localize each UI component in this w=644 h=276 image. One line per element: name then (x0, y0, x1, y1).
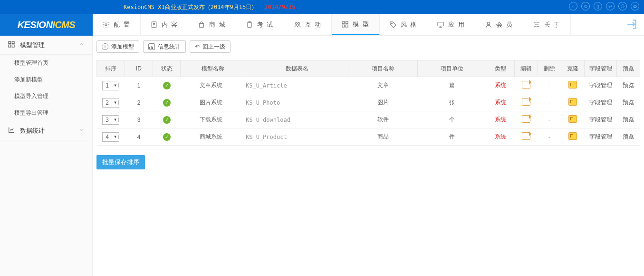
svg-rect-15 (9, 45, 11, 47)
main-bar: KESIONICMS 配 置内 容商 城考 试互 动模 型风 格应 用会 员关 … (0, 14, 644, 36)
edit-icon[interactable] (522, 98, 530, 106)
cell-item-name: 文章 (348, 77, 418, 94)
home-icon[interactable]: ⌂ (569, 2, 577, 10)
announcement: KesionCMS X1商业版正式发布（2014年9月15日） 2014/9/1… (124, 3, 296, 11)
status-ok-icon[interactable]: ✓ (163, 99, 171, 107)
mobile-icon[interactable]: ▯ (594, 2, 602, 10)
preview-link[interactable]: 预览 (623, 116, 634, 123)
bag-icon (198, 21, 205, 29)
delete-disabled: - (548, 134, 550, 140)
cell-model-name: 文章系统 (181, 77, 246, 94)
nav-item-0-2[interactable]: 模型导入管理 (0, 88, 92, 105)
settings-icon[interactable]: ✿ (631, 2, 639, 10)
announcement-date: 2014/9/15 (265, 4, 296, 10)
sort-control[interactable]: 3▼ (102, 115, 119, 125)
nav-group-title: 数据统计 (20, 127, 45, 135)
table-header-row: 排序ID状态模型名称数据表名项目名称项目单位类型编辑删除克隆字段管理预览 (97, 60, 640, 77)
cell-item-name: 软件 (348, 111, 418, 128)
nav-group-1[interactable]: 数据统计 (0, 121, 92, 140)
save-sort-button[interactable]: 批量保存排序 (96, 155, 145, 169)
tab-grid[interactable]: 模 型 (332, 14, 380, 35)
dropdown-icon[interactable]: ▼ (112, 83, 119, 88)
chevron-down-icon (79, 127, 85, 134)
back-icon[interactable]: ↩ (606, 2, 615, 10)
clone-icon[interactable] (568, 98, 577, 106)
edit-icon[interactable] (522, 132, 530, 140)
nav-item-0-0[interactable]: 模型管理首页 (0, 55, 92, 71)
delete-disabled: - (548, 99, 550, 106)
tab-monitor[interactable]: 应 用 (427, 14, 475, 35)
nav-group-0[interactable]: 模型管理 (0, 36, 92, 55)
th-0: 排序 (97, 60, 125, 77)
th-2: 状态 (153, 60, 181, 77)
tab-label: 考 试 (257, 20, 274, 29)
tab-label: 内 容 (162, 20, 179, 29)
status-ok-icon[interactable]: ✓ (163, 82, 171, 89)
back-arrow-icon: ↶ (195, 43, 200, 50)
stats-button[interactable]: 信息统计 (143, 40, 186, 53)
delete-disabled: - (548, 117, 550, 123)
edit-icon[interactable] (522, 81, 530, 89)
tab-bag[interactable]: 商 城 (188, 14, 236, 35)
preview-link[interactable]: 预览 (623, 133, 634, 140)
tab-label: 应 用 (448, 20, 465, 29)
clone-icon[interactable] (568, 115, 577, 123)
back-button[interactable]: ↶ 回上一级 (190, 40, 231, 53)
dropdown-icon[interactable]: ▼ (112, 100, 119, 105)
nav-item-0-1[interactable]: 添加新模型 (0, 71, 92, 88)
cell-table-name: KS_U_Article (246, 77, 348, 94)
preview-link[interactable]: 预览 (623, 99, 634, 106)
dropdown-icon[interactable]: ▼ (112, 118, 119, 122)
stats-label: 信息统计 (158, 43, 181, 51)
field-manage-link[interactable]: 字段管理 (589, 82, 612, 89)
sort-control[interactable]: 4▼ (102, 132, 119, 142)
refresh-icon[interactable]: ↻ (581, 2, 590, 10)
table-body: 1▼1✓文章系统KS_U_Article文章篇系统-字段管理预览2▼2✓图片系统… (97, 77, 640, 146)
tab-people[interactable]: 互 动 (284, 14, 332, 35)
monitor-icon (437, 21, 444, 29)
add-model-button[interactable]: + 添加模型 (96, 40, 139, 53)
th-4: 数据表名 (246, 60, 348, 77)
copyright-icon[interactable]: © (618, 2, 627, 10)
sort-value: 3 (103, 117, 112, 123)
top-icon-bar: ⌂ ↻ ▯ ↩ © ✿ (569, 2, 639, 10)
edit-icon[interactable] (522, 115, 530, 123)
cell-table-name: KS_U_Photo (246, 94, 348, 111)
svg-rect-9 (346, 25, 348, 27)
tab-clip[interactable]: 考 试 (236, 14, 284, 35)
delete-disabled: - (548, 82, 550, 89)
cell-unit: 件 (418, 128, 487, 146)
tab-gear[interactable]: 配 置 (93, 14, 141, 35)
top-bar: KesionCMS X1商业版正式发布（2014年9月15日） 2014/9/1… (0, 0, 644, 14)
th-6: 项目单位 (418, 60, 487, 77)
clip-icon (246, 21, 253, 29)
logo: KESIONICMS (0, 20, 93, 30)
clone-icon[interactable] (568, 132, 577, 140)
svg-point-10 (391, 23, 392, 24)
user-icon (485, 21, 492, 29)
svg-point-0 (105, 24, 107, 26)
svg-rect-11 (438, 22, 443, 26)
clone-icon[interactable] (568, 81, 577, 89)
tab-user[interactable]: 会 员 (475, 14, 523, 35)
preview-link[interactable]: 预览 (623, 82, 634, 89)
toolbar: + 添加模型 信息统计 ↶ 回上一级 (96, 40, 640, 53)
sort-control[interactable]: 2▼ (102, 98, 119, 108)
th-3: 模型名称 (181, 60, 246, 77)
grid-icon (8, 40, 15, 49)
field-manage-link[interactable]: 字段管理 (589, 116, 612, 123)
tab-tag[interactable]: 风 格 (380, 14, 428, 35)
sort-value: 4 (103, 134, 112, 140)
exit-icon[interactable] (626, 18, 638, 30)
tab-doc[interactable]: 内 容 (141, 14, 189, 35)
sort-control[interactable]: 1▼ (102, 81, 119, 90)
nav-item-0-3[interactable]: 模型导出管理 (0, 105, 92, 121)
th-10: 克隆 (561, 60, 584, 77)
field-manage-link[interactable]: 字段管理 (589, 133, 612, 140)
dropdown-icon[interactable]: ▼ (112, 135, 119, 139)
field-manage-link[interactable]: 字段管理 (589, 99, 612, 106)
tag-icon (389, 21, 397, 29)
chart-icon (8, 126, 15, 135)
status-ok-icon[interactable]: ✓ (163, 116, 171, 124)
status-ok-icon[interactable]: ✓ (163, 133, 171, 141)
